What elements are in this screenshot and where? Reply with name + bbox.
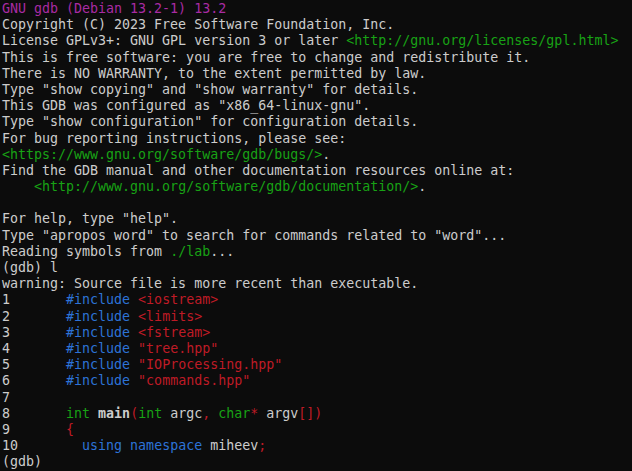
terminal-text-segment: ./lab bbox=[170, 244, 210, 259]
source-line-9: 9 { bbox=[2, 422, 632, 438]
terminal-text-segment bbox=[130, 309, 138, 324]
terminal-text-segment: ( bbox=[130, 406, 138, 421]
terminal-text-segment: 6 bbox=[2, 373, 66, 388]
source-line-5: 5 #include "IOProcessing.hpp" bbox=[2, 357, 632, 373]
terminal-text-segment: "commands.hpp" bbox=[138, 373, 250, 388]
terminal-text-segment bbox=[122, 438, 130, 453]
terminal-text-segment: char bbox=[218, 406, 250, 421]
terminal-text-segment: main bbox=[98, 406, 130, 421]
terminal-text-segment: . bbox=[418, 179, 426, 194]
terminal-text-segment: #include bbox=[66, 309, 130, 324]
terminal-text-segment: <fstream> bbox=[138, 325, 210, 340]
terminal-text-segment: <http://gnu.org/licenses/gpl.html> bbox=[346, 33, 618, 48]
terminal-text-segment: #include bbox=[66, 325, 130, 340]
terminal-text-segment: ... bbox=[210, 244, 234, 259]
prompt-list-command-line: (gdb) l bbox=[2, 260, 632, 276]
terminal-text-segment: License GPLv3+: GNU GPL version 3 or lat… bbox=[2, 33, 346, 48]
free-software-line: This is free software: you are free to c… bbox=[2, 50, 632, 66]
terminal-text-segment: miheev bbox=[202, 438, 258, 453]
terminal-text-segment: warning: Source file is more recent than… bbox=[2, 276, 418, 291]
terminal-text-segment: ; bbox=[258, 438, 266, 453]
terminal-text-segment: This is free software: you are free to c… bbox=[2, 50, 530, 65]
gdb-terminal[interactable]: GNU gdb (Debian 13.2-1) 13.2Copyright (C… bbox=[0, 0, 632, 471]
terminal-text-segment: []) bbox=[298, 406, 322, 421]
terminal-text-segment: Find the GDB manual and other documentat… bbox=[2, 163, 514, 178]
terminal-text-segment bbox=[130, 325, 138, 340]
source-line-1: 1 #include <iostream> bbox=[2, 292, 632, 308]
terminal-text-segment: { bbox=[66, 422, 74, 437]
terminal-text-segment: Type "show copying" and "show warranty" … bbox=[2, 82, 418, 97]
terminal-text-segment: "tree.hpp" bbox=[138, 341, 218, 356]
terminal-text-segment: 3 bbox=[2, 325, 66, 340]
source-line-10: 10 using namespace miheev; bbox=[2, 438, 632, 454]
gdb-version-line: GNU gdb (Debian 13.2-1) 13.2 bbox=[2, 1, 632, 17]
bug-reporting-line: For bug reporting instructions, please s… bbox=[2, 131, 632, 147]
prompt-line[interactable]: (gdb) bbox=[2, 454, 632, 470]
terminal-text-segment: #include bbox=[66, 341, 130, 356]
terminal-text-segment: Type "apropos word" to search for comman… bbox=[2, 228, 506, 243]
terminal-text-segment: namespace bbox=[130, 438, 202, 453]
terminal-text-segment: 1 bbox=[2, 292, 66, 307]
source-line-7: 7 bbox=[2, 390, 632, 406]
terminal-text-segment: . bbox=[322, 147, 330, 162]
terminal-text-segment: GNU gdb (Debian 13.2-1) 13.2 bbox=[2, 1, 226, 16]
terminal-text-segment bbox=[130, 373, 138, 388]
apropos-line: Type "apropos word" to search for comman… bbox=[2, 228, 632, 244]
show-configuration-line: Type "show configuration" for configurat… bbox=[2, 114, 632, 130]
source-line-4: 4 #include "tree.hpp" bbox=[2, 341, 632, 357]
terminal-text-segment: Type "show configuration" for configurat… bbox=[2, 114, 418, 129]
source-line-3: 3 #include <fstream> bbox=[2, 325, 632, 341]
configured-line: This GDB was configured as "x86_64-linux… bbox=[2, 98, 632, 114]
terminal-text-segment bbox=[130, 357, 138, 372]
terminal-text-segment: "IOProcessing.hpp" bbox=[138, 357, 282, 372]
terminal-text-segment: #include bbox=[66, 357, 130, 372]
documentation-url-line: <http://www.gnu.org/software/gdb/documen… bbox=[2, 179, 632, 195]
terminal-text-segment: <https://www.gnu.org/software/gdb/bugs/> bbox=[2, 147, 322, 162]
terminal-text-segment: Reading symbols from bbox=[2, 244, 170, 259]
terminal-text-segment: Copyright (C) 2023 Free Software Foundat… bbox=[2, 17, 394, 32]
source-line-2: 2 #include <limits> bbox=[2, 309, 632, 325]
terminal-text-segment: #include bbox=[66, 373, 130, 388]
source-line-8: 8 int main(int argc, char* argv[]) bbox=[2, 406, 632, 422]
bugs-url-line: <https://www.gnu.org/software/gdb/bugs/>… bbox=[2, 147, 632, 163]
terminal-text-segment: 7 bbox=[2, 390, 10, 405]
terminal-text-segment: int bbox=[66, 406, 90, 421]
blank-line bbox=[2, 195, 632, 211]
terminal-text-segment bbox=[90, 406, 98, 421]
manual-line: Find the GDB manual and other documentat… bbox=[2, 163, 632, 179]
terminal-text-segment: int bbox=[138, 406, 162, 421]
terminal-text-segment: #include bbox=[66, 292, 130, 307]
terminal-text-segment: argc bbox=[162, 406, 202, 421]
terminal-text-segment: 9 bbox=[2, 422, 66, 437]
terminal-text-segment: <iostream> bbox=[138, 292, 218, 307]
warranty-line: There is NO WARRANTY, to the extent perm… bbox=[2, 66, 632, 82]
terminal-text-segment: 10 bbox=[2, 438, 82, 453]
terminal-text-segment: using bbox=[82, 438, 122, 453]
terminal-text-segment: 5 bbox=[2, 357, 66, 372]
show-copying-line: Type "show copying" and "show warranty" … bbox=[2, 82, 632, 98]
terminal-text-segment: There is NO WARRANTY, to the extent perm… bbox=[2, 66, 426, 81]
terminal-text-segment: This GDB was configured as "x86_64-linux… bbox=[2, 98, 370, 113]
reading-symbols-line: Reading symbols from ./lab... bbox=[2, 244, 632, 260]
terminal-text-segment: 4 bbox=[2, 341, 66, 356]
terminal-text-segment: <limits> bbox=[138, 309, 202, 324]
terminal-text-segment: <http://www.gnu.org/software/gdb/documen… bbox=[34, 179, 418, 194]
terminal-text-segment bbox=[2, 179, 34, 194]
warning-line: warning: Source file is more recent than… bbox=[2, 276, 632, 292]
copyright-line: Copyright (C) 2023 Free Software Foundat… bbox=[2, 17, 632, 33]
terminal-text-segment: 2 bbox=[2, 309, 66, 324]
terminal-text-segment: For help, type "help". bbox=[2, 211, 178, 226]
terminal-text-segment: For bug reporting instructions, please s… bbox=[2, 131, 346, 146]
terminal-text-segment bbox=[130, 292, 138, 307]
terminal-text-segment: (gdb) bbox=[2, 454, 50, 469]
terminal-text-segment: argv bbox=[258, 406, 298, 421]
terminal-text-segment: 8 bbox=[2, 406, 66, 421]
license-line: License GPLv3+: GNU GPL version 3 or lat… bbox=[2, 33, 632, 49]
help-line: For help, type "help". bbox=[2, 211, 632, 227]
source-line-6: 6 #include "commands.hpp" bbox=[2, 373, 632, 389]
terminal-text-segment: (gdb) l bbox=[2, 260, 58, 275]
terminal-text-segment bbox=[130, 341, 138, 356]
